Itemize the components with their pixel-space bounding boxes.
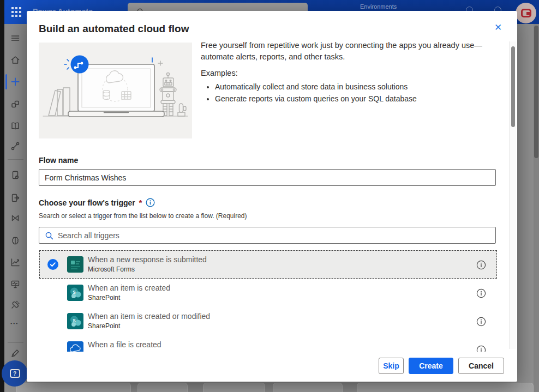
background-table-cell: [16, 383, 131, 392]
page-scrollbar: [534, 24, 539, 392]
flow-name-label: Flow name: [39, 156, 78, 165]
trigger-service: SharePoint: [88, 293, 170, 302]
activity-chart-icon[interactable]: [10, 257, 21, 268]
process-mining-icon[interactable]: [10, 213, 21, 224]
environments-button[interactable]: Environments: [360, 3, 397, 10]
sidebar-divider: [8, 159, 23, 160]
skip-button[interactable]: Skip: [379, 358, 404, 374]
selected-check-icon: [47, 259, 58, 270]
trigger-text: When a file is created: [88, 340, 161, 350]
svg-text:s: s: [73, 317, 76, 323]
app-launcher-waffle-icon[interactable]: [10, 5, 23, 19]
trigger-section-header: Choose your flow's trigger *: [39, 198, 155, 207]
templates-icon[interactable]: [10, 99, 21, 110]
description-text: Free yourself from repetitive work just …: [201, 40, 504, 63]
examples-list: Automatically collect and store data in …: [201, 81, 504, 105]
search-icon: [45, 231, 54, 240]
window-edge: [0, 0, 4, 392]
footer-buttons: Skip Create Cancel: [379, 358, 504, 374]
trigger-list: When a new response is submitted Microso…: [39, 250, 498, 352]
trigger-search-box: [39, 227, 496, 244]
background-table-cell: [357, 383, 534, 392]
connectors-plug-icon[interactable]: [10, 299, 21, 310]
background-table: [4, 382, 534, 392]
sharepoint-icon: s: [67, 285, 83, 301]
screen: Power Automate Environments ⋯: [0, 0, 539, 392]
trigger-section-label: Choose your flow's trigger: [39, 198, 135, 207]
trigger-title: When a file is created: [88, 340, 161, 350]
flow-name-input[interactable]: [39, 169, 496, 186]
menu-icon[interactable]: [10, 33, 21, 44]
info-icon[interactable]: [476, 345, 486, 352]
info-icon[interactable]: [476, 317, 486, 327]
dialog-scrollbar-thumb[interactable]: [511, 46, 515, 127]
trigger-row-sharepoint-modified[interactable]: s When an item is created or modified Sh…: [39, 307, 497, 335]
close-icon[interactable]: ✕: [492, 22, 504, 34]
svg-text:s: s: [73, 289, 76, 295]
trigger-info-icon[interactable]: [146, 198, 155, 207]
sidebar-divider: [8, 342, 23, 343]
create-plus-icon[interactable]: [10, 76, 21, 87]
more-ellipsis-icon[interactable]: ⋯: [10, 318, 19, 328]
info-icon[interactable]: [476, 288, 486, 298]
trigger-row-file-created[interactable]: When a file is created: [39, 335, 497, 352]
trigger-service: SharePoint: [88, 322, 210, 330]
build-flow-dialog: Build an automated cloud flow ✕: [27, 11, 517, 382]
page-scrollbar-thumb[interactable]: [534, 26, 538, 158]
home-icon[interactable]: [10, 55, 21, 65]
dialog-title: Build an automated cloud flow: [39, 23, 189, 35]
background-table-cell: [273, 383, 343, 392]
sidebar: ⋯: [4, 24, 27, 392]
flows-icon[interactable]: [10, 141, 21, 152]
share-document-icon[interactable]: [10, 192, 21, 203]
trigger-row-forms[interactable]: When a new response is submitted Microso…: [39, 250, 497, 279]
sidebar-selection-indicator: [5, 74, 7, 89]
trigger-text: When an item is created or modified Shar…: [88, 311, 210, 330]
cloud-flow-illustration: [39, 43, 192, 138]
trigger-text: When a new response is submitted Microso…: [88, 255, 207, 274]
background-table-cell: [203, 383, 265, 392]
machines-monitor-icon[interactable]: [10, 279, 21, 290]
example-item: Automatically collect and store data in …: [215, 81, 504, 93]
create-button[interactable]: Create: [409, 358, 453, 374]
trigger-help-text: Search or select a trigger from the list…: [39, 212, 247, 220]
trigger-title: When an item is created: [88, 283, 170, 293]
background-table-cell: [137, 383, 188, 392]
info-icon[interactable]: [476, 260, 486, 270]
trigger-search-input[interactable]: [57, 228, 488, 243]
ai-hub-brain-icon[interactable]: [10, 236, 21, 246]
trigger-text: When an item is created SharePoint: [88, 283, 170, 302]
cancel-button[interactable]: Cancel: [458, 358, 504, 374]
dialog-description-block: Free yourself from repetitive work just …: [201, 40, 504, 105]
avatar-logo: [521, 9, 531, 17]
help-bubble-icon: ?: [10, 369, 20, 378]
approvals-clipboard-icon[interactable]: [10, 170, 21, 180]
examples-label: Examples:: [201, 68, 504, 79]
account-avatar[interactable]: [516, 3, 536, 23]
microsoft-forms-icon: [67, 256, 83, 273]
dialog-footer: Skip Create Cancel: [27, 352, 517, 382]
help-fab-button[interactable]: ?: [2, 360, 28, 387]
sharepoint-icon: s: [67, 313, 83, 329]
dialog-scrollbar: [509, 41, 516, 349]
trigger-service: Microsoft Forms: [88, 265, 207, 274]
pen-icon[interactable]: [10, 348, 21, 359]
onedrive-icon: [67, 341, 83, 352]
trigger-row-sharepoint-created[interactable]: s When an item is created SharePoint: [39, 279, 497, 307]
trigger-title: When an item is created or modified: [88, 311, 210, 322]
trigger-title: When a new response is submitted: [88, 255, 207, 265]
learn-book-icon[interactable]: [10, 120, 21, 131]
example-item: Generate reports via custom queries on y…: [215, 93, 504, 105]
required-marker: *: [139, 198, 142, 207]
